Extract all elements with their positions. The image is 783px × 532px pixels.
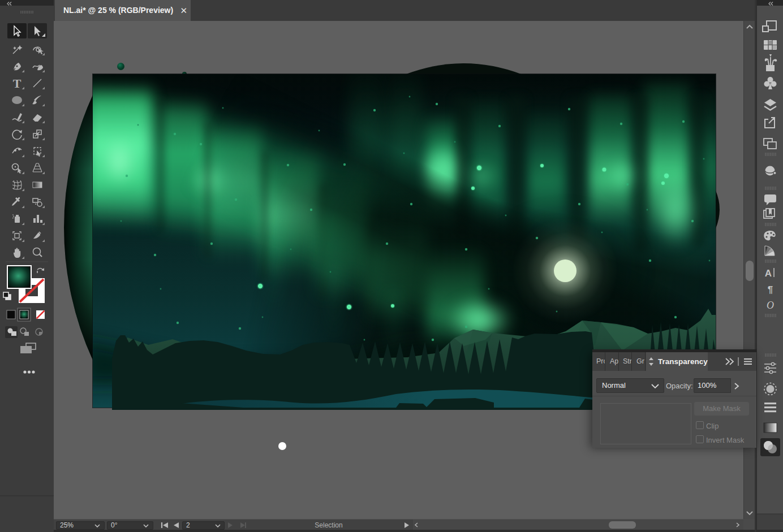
- svg-text:A: A: [765, 268, 772, 279]
- svg-text:T: T: [13, 76, 21, 90]
- svg-text:O: O: [767, 300, 774, 311]
- svg-text:¶: ¶: [768, 284, 773, 295]
